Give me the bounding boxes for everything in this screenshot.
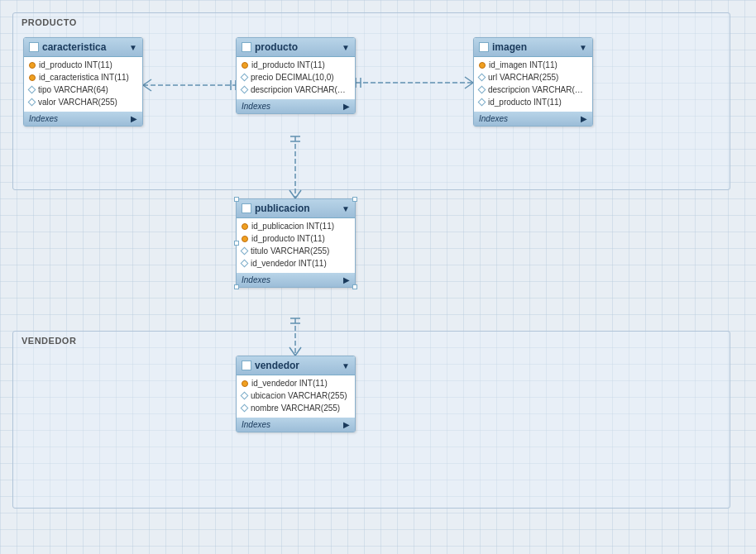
table-title-publicacion: publicacion bbox=[255, 203, 310, 214]
field-text: precio DECIMAL(10,0) bbox=[251, 73, 334, 82]
field-text: id_caracteristica INT(11) bbox=[39, 73, 129, 82]
field-text: id_publicacion INT(11) bbox=[251, 222, 334, 231]
table-header-producto[interactable]: producto ▼ bbox=[237, 38, 355, 57]
field-text: ubicacion VARCHAR(255) bbox=[251, 391, 347, 400]
table-row: id_producto INT(11) bbox=[237, 59, 355, 71]
field-icon bbox=[241, 392, 249, 400]
field-icon bbox=[478, 98, 486, 107]
field-icon bbox=[241, 260, 249, 268]
table-title-producto: producto bbox=[255, 41, 298, 53]
field-text: id_imagen INT(11) bbox=[489, 60, 557, 69]
indexes-row-publicacion[interactable]: Indexes ▶ bbox=[237, 273, 355, 287]
indexes-label: Indexes bbox=[29, 114, 58, 123]
table-row: descripcion VARCHAR(255) bbox=[474, 84, 592, 96]
table-row: id_producto INT(11) bbox=[237, 232, 355, 245]
dropdown-arrow-publicacion[interactable]: ▼ bbox=[342, 204, 350, 213]
indexes-row-producto[interactable]: Indexes ▶ bbox=[237, 99, 355, 113]
indexes-label: Indexes bbox=[242, 102, 270, 111]
resize-handle-se[interactable] bbox=[352, 284, 357, 289]
table-icon-caracteristica bbox=[29, 42, 39, 52]
key-icon bbox=[242, 380, 248, 387]
indexes-arrow[interactable]: ▶ bbox=[581, 114, 587, 123]
field-text: id_producto INT(11) bbox=[251, 60, 325, 69]
table-row: id_vendedor INT(11) bbox=[237, 257, 355, 270]
field-text: nombre VARCHAR(255) bbox=[251, 404, 340, 413]
field-text: descripcion VARCHAR(255) bbox=[488, 85, 587, 94]
table-body-vendedor: id_vendedor INT(11) ubicacion VARCHAR(25… bbox=[237, 375, 355, 416]
table-row: id_producto INT(11) bbox=[474, 96, 592, 108]
field-text: id_vendedor INT(11) bbox=[251, 379, 328, 388]
resize-handle-ne[interactable] bbox=[352, 197, 357, 202]
table-row: id_vendedor INT(11) bbox=[237, 377, 355, 389]
table-title-caracteristica: caracteristica bbox=[42, 41, 106, 53]
key-icon bbox=[242, 62, 248, 69]
field-text: tipo VARCHAR(64) bbox=[38, 85, 108, 94]
field-icon bbox=[241, 247, 249, 256]
table-row: ubicacion VARCHAR(255) bbox=[237, 389, 355, 402]
indexes-arrow[interactable]: ▶ bbox=[343, 102, 350, 111]
table-row: descripcion VARCHAR(255) bbox=[237, 84, 355, 96]
field-text: titulo VARCHAR(255) bbox=[251, 246, 329, 256]
key-icon bbox=[242, 223, 248, 230]
field-text: valor VARCHAR(255) bbox=[38, 98, 117, 107]
indexes-arrow[interactable]: ▶ bbox=[343, 420, 350, 429]
table-row: precio DECIMAL(10,0) bbox=[237, 71, 355, 84]
table-header-vendedor[interactable]: vendedor ▼ bbox=[237, 356, 355, 375]
table-header-imagen[interactable]: imagen ▼ bbox=[474, 38, 592, 57]
indexes-row-imagen[interactable]: Indexes ▶ bbox=[474, 112, 592, 126]
field-text: id_vendedor INT(11) bbox=[251, 259, 327, 268]
field-text: id_producto INT(11) bbox=[39, 60, 112, 69]
svg-line-15 bbox=[295, 190, 301, 198]
field-icon bbox=[478, 74, 486, 82]
field-icon bbox=[478, 86, 486, 94]
table-header-caracteristica[interactable]: caracteristica ▼ bbox=[24, 38, 142, 57]
table-row: tipo VARCHAR(64) bbox=[24, 84, 142, 96]
table-row: nombre VARCHAR(255) bbox=[237, 402, 355, 414]
dropdown-arrow-imagen[interactable]: ▼ bbox=[579, 43, 587, 52]
dropdown-arrow-caracteristica[interactable]: ▼ bbox=[129, 43, 137, 52]
key-fk-icon bbox=[242, 236, 248, 242]
field-icon bbox=[28, 98, 36, 107]
table-row: id_producto INT(11) bbox=[24, 59, 142, 71]
resize-handle-sw[interactable] bbox=[234, 284, 239, 289]
key-icon bbox=[29, 62, 36, 69]
field-text: id_producto INT(11) bbox=[488, 98, 562, 107]
table-producto[interactable]: producto ▼ id_producto INT(11) precio DE… bbox=[236, 37, 356, 114]
field-icon bbox=[241, 74, 249, 82]
table-body-caracteristica: id_producto INT(11) id_caracteristica IN… bbox=[24, 57, 142, 110]
field-text: descripcion VARCHAR(255) bbox=[251, 85, 350, 94]
table-vendedor[interactable]: vendedor ▼ id_vendedor INT(11) ubicacion… bbox=[236, 356, 356, 432]
indexes-label: Indexes bbox=[242, 275, 270, 284]
indexes-row-caracteristica[interactable]: Indexes ▶ bbox=[24, 112, 142, 126]
table-header-publicacion[interactable]: publicacion ▼ bbox=[237, 199, 355, 218]
field-icon bbox=[241, 404, 249, 413]
indexes-arrow[interactable]: ▶ bbox=[343, 275, 350, 284]
dropdown-arrow-producto[interactable]: ▼ bbox=[342, 43, 350, 52]
table-body-imagen: id_imagen INT(11) url VARCHAR(255) descr… bbox=[474, 57, 592, 110]
table-publicacion[interactable]: publicacion ▼ id_publicacion INT(11) id_… bbox=[236, 198, 356, 288]
vendedor-group: VENDEDOR bbox=[12, 331, 730, 509]
table-icon-producto bbox=[242, 42, 251, 52]
table-icon-publicacion bbox=[242, 203, 251, 213]
indexes-arrow[interactable]: ▶ bbox=[131, 114, 137, 123]
vendedor-group-label: VENDEDOR bbox=[22, 336, 76, 346]
table-title-imagen: imagen bbox=[492, 41, 527, 53]
resize-handle-w[interactable] bbox=[234, 241, 239, 246]
table-icon-imagen bbox=[479, 42, 489, 52]
table-body-publicacion: id_publicacion INT(11) id_producto INT(1… bbox=[237, 218, 355, 271]
table-row: titulo VARCHAR(255) bbox=[237, 245, 355, 257]
resize-handle-nw[interactable] bbox=[234, 197, 239, 202]
table-row: url VARCHAR(255) bbox=[474, 71, 592, 84]
svg-line-14 bbox=[289, 190, 295, 198]
table-caracteristica[interactable]: caracteristica ▼ id_producto INT(11) id_… bbox=[23, 37, 143, 127]
indexes-row-vendedor[interactable]: Indexes ▶ bbox=[237, 418, 355, 432]
field-text: id_producto INT(11) bbox=[251, 234, 325, 243]
table-title-vendedor: vendedor bbox=[255, 360, 299, 371]
field-icon bbox=[241, 86, 249, 94]
dropdown-arrow-vendedor[interactable]: ▼ bbox=[342, 361, 350, 370]
table-row: id_imagen INT(11) bbox=[474, 59, 592, 71]
indexes-label: Indexes bbox=[479, 114, 508, 123]
table-imagen[interactable]: imagen ▼ id_imagen INT(11) url VARCHAR(2… bbox=[473, 37, 593, 127]
table-row: valor VARCHAR(255) bbox=[24, 96, 142, 108]
key-icon bbox=[29, 74, 36, 81]
